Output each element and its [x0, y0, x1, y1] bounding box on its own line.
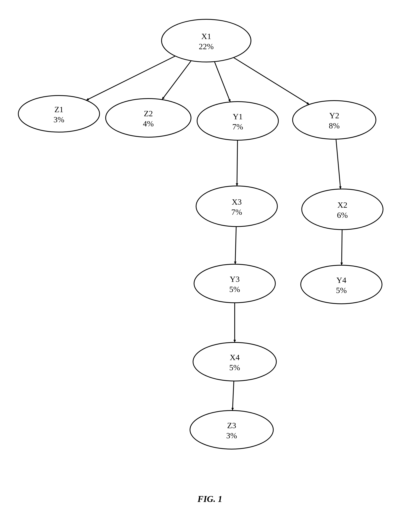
node-value-label: 7%: [231, 208, 242, 217]
node-Y3: Y35%: [194, 264, 275, 303]
node-name-label: Y3: [230, 274, 240, 284]
node-value-label: 4%: [143, 119, 154, 128]
node-value-label: 22%: [199, 42, 213, 51]
edge-Y2-X2: [336, 139, 341, 189]
edge-X3-Y3: [235, 227, 236, 264]
node-value-label: 3%: [53, 115, 64, 124]
node-name-label: Z3: [227, 421, 236, 430]
edge-Y1-X3: [237, 140, 238, 186]
node-name-label: X1: [201, 32, 211, 41]
node-name-label: X3: [232, 197, 242, 206]
node-Y1: Y17%: [197, 102, 278, 140]
node-value-label: 7%: [232, 122, 243, 131]
tree-diagram: X122%Z13%Z24%Y17%Y28%X37%X26%Y35%Y45%X45…: [0, 0, 420, 531]
node-name-label: Z1: [54, 105, 63, 114]
node-Z2: Z24%: [106, 99, 191, 137]
node-name-label: Y1: [233, 112, 243, 121]
edge-X1-Y1: [214, 61, 230, 102]
node-name-label: Z2: [144, 109, 153, 118]
figure-caption: FIG. 1: [197, 494, 222, 504]
node-name-label: X4: [230, 353, 240, 362]
node-value-label: 8%: [329, 121, 340, 130]
edge-X1-Z1: [86, 56, 175, 100]
node-Y4: Y45%: [301, 265, 382, 304]
node-value-label: 3%: [226, 431, 237, 440]
node-value-label: 5%: [336, 286, 347, 295]
edge-X1-Y2: [233, 58, 309, 105]
node-Z1: Z13%: [18, 95, 100, 132]
edge-X1-Z2: [162, 61, 191, 100]
node-name-label: Y4: [336, 275, 346, 285]
node-value-label: 5%: [229, 363, 240, 372]
edge-X4-Z3: [232, 381, 234, 410]
node-value-label: 5%: [229, 285, 240, 294]
node-name-label: Y2: [329, 111, 339, 120]
node-Z3: Z33%: [190, 410, 273, 449]
node-X4: X45%: [193, 342, 276, 381]
node-Y2: Y28%: [293, 101, 376, 139]
node-value-label: 6%: [337, 211, 348, 220]
node-X2: X26%: [302, 189, 383, 230]
nodes: X122%Z13%Z24%Y17%Y28%X37%X26%Y35%Y45%X45…: [18, 19, 383, 449]
node-name-label: X2: [338, 200, 347, 210]
node-X1: X122%: [162, 19, 251, 62]
edge-X2-Y4: [342, 230, 342, 265]
node-X3: X37%: [196, 186, 277, 227]
